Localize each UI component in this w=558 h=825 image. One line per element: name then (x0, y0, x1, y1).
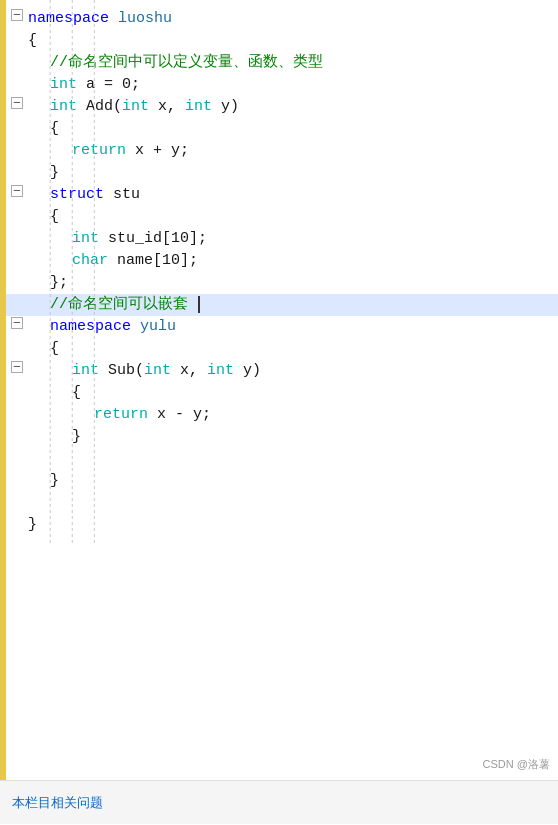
line-content: int stu_id[10]; (72, 228, 558, 250)
token-brace: } (72, 428, 81, 445)
line-content: } (72, 426, 558, 448)
line-content: int Add(int x, int y) (50, 96, 558, 118)
token-brace: } (50, 472, 59, 489)
fold-collapse-btn[interactable]: − (6, 317, 28, 329)
token-plain: stu_id[10]; (99, 230, 207, 247)
token-plain: x - y; (148, 406, 211, 423)
token-brace: { (50, 340, 59, 357)
code-line: } (6, 162, 558, 184)
line-content: //命名空间中可以定义变量、函数、类型 (50, 52, 558, 74)
token-plain: stu (104, 186, 140, 203)
token-plain (109, 10, 118, 27)
token-kw-blue: namespace (50, 318, 131, 335)
code-area: −namespace luoshu{//命名空间中可以定义变量、函数、类型int… (6, 0, 558, 544)
editor: −namespace luoshu{//命名空间中可以定义变量、函数、类型int… (0, 0, 558, 780)
line-content: }; (50, 272, 558, 294)
line-content: namespace yulu (50, 316, 558, 338)
line-content: namespace luoshu (28, 8, 558, 30)
line-content: { (50, 206, 558, 228)
token-plain: y) (212, 98, 239, 115)
code-line: { (6, 30, 558, 52)
line-content: { (50, 118, 558, 140)
token-brace: { (72, 384, 81, 401)
line-content: char name[10]; (72, 250, 558, 272)
token-plain: name[10]; (108, 252, 198, 269)
code-line: }; (6, 272, 558, 294)
token-ns-name: luoshu (118, 10, 172, 27)
code-line: −namespace yulu (6, 316, 558, 338)
token-kw-cyan: return (94, 406, 148, 423)
token-kw-cyan: int (50, 76, 77, 93)
code-line (6, 448, 558, 470)
code-line: } (6, 470, 558, 492)
footer-bar: 本栏目相关问题 (0, 780, 558, 824)
token-plain: x + y; (126, 142, 189, 159)
token-brace: } (50, 164, 59, 181)
text-cursor (189, 296, 200, 313)
code-line: return x - y; (6, 404, 558, 426)
token-comment: //命名空间中可以定义变量、函数、类型 (50, 54, 323, 71)
line-content: } (50, 470, 558, 492)
line-content: } (50, 162, 558, 184)
token-brace: { (50, 120, 59, 137)
footer-link[interactable]: 本栏目相关问题 (12, 794, 103, 812)
watermark: CSDN @洛薯 (483, 757, 550, 772)
token-brace: } (28, 516, 37, 533)
line-content: int Sub(int x, int y) (72, 360, 558, 382)
line-content: return x - y; (94, 404, 558, 426)
code-line: int stu_id[10]; (6, 228, 558, 250)
fold-collapse-btn[interactable]: − (6, 9, 28, 21)
token-plain: x, (171, 362, 207, 379)
code-line: −int Add(int x, int y) (6, 96, 558, 118)
code-line: return x + y; (6, 140, 558, 162)
fold-collapse-btn[interactable]: − (6, 361, 28, 373)
code-line: } (6, 514, 558, 536)
token-kw-cyan: int (72, 362, 99, 379)
token-ns-name: yulu (140, 318, 176, 335)
token-kw-cyan: int (144, 362, 171, 379)
token-comment: //命名空间可以嵌套 (50, 296, 188, 313)
code-line: //命名空间可以嵌套 (6, 294, 558, 316)
token-kw-cyan: int (207, 362, 234, 379)
line-content: return x + y; (72, 140, 558, 162)
line-content: { (50, 338, 558, 360)
token-kw-cyan: int (185, 98, 212, 115)
token-brace: { (50, 208, 59, 225)
token-kw-cyan: return (72, 142, 126, 159)
code-line: } (6, 426, 558, 448)
code-line: −int Sub(int x, int y) (6, 360, 558, 382)
token-kw-cyan: char (72, 252, 108, 269)
line-content: } (28, 514, 558, 536)
line-content: int a = 0; (50, 74, 558, 96)
token-kw-cyan: int (122, 98, 149, 115)
line-content: { (28, 30, 558, 52)
token-kw-blue: namespace (28, 10, 109, 27)
code-line: char name[10]; (6, 250, 558, 272)
code-line: //命名空间中可以定义变量、函数、类型 (6, 52, 558, 74)
token-plain: x, (149, 98, 185, 115)
token-plain: Add( (77, 98, 122, 115)
token-kw-blue: struct (50, 186, 104, 203)
fold-collapse-btn[interactable]: − (6, 97, 28, 109)
code-line: { (6, 382, 558, 404)
code-line (6, 492, 558, 514)
token-plain (131, 318, 140, 335)
line-content: //命名空间可以嵌套 (50, 294, 558, 316)
token-brace: { (28, 32, 37, 49)
code-line: int a = 0; (6, 74, 558, 96)
token-kw-cyan: int (50, 98, 77, 115)
token-plain: Sub( (99, 362, 144, 379)
code-line: { (6, 338, 558, 360)
fold-collapse-btn[interactable]: − (6, 185, 28, 197)
code-line: { (6, 206, 558, 228)
token-plain: y) (234, 362, 261, 379)
token-brace: }; (50, 274, 68, 291)
code-line: −struct stu (6, 184, 558, 206)
token-kw-cyan: int (72, 230, 99, 247)
line-content: struct stu (50, 184, 558, 206)
code-line: { (6, 118, 558, 140)
token-plain: a = 0; (77, 76, 140, 93)
code-line: −namespace luoshu (6, 8, 558, 30)
line-content: { (72, 382, 558, 404)
yellow-bar (0, 0, 6, 780)
